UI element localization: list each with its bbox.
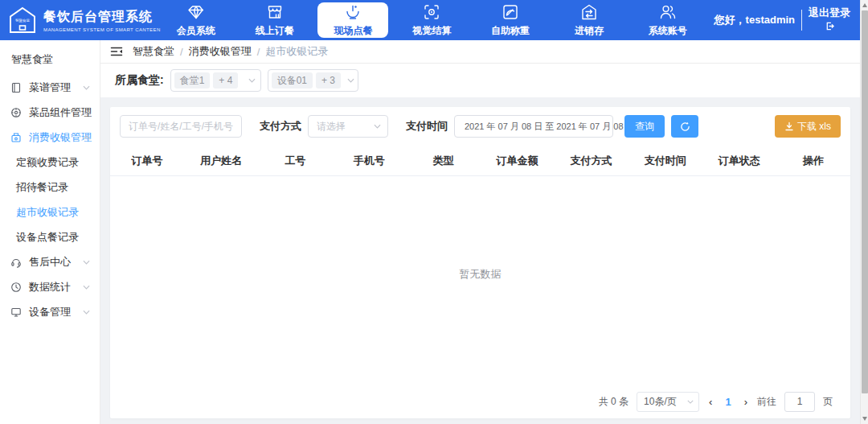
scroll-down-arrow-icon[interactable] [862,417,867,421]
storefront-icon [266,3,284,21]
inventory-icon [580,3,598,21]
logout-icon [825,22,834,31]
app-title: 餐饮后台管理系统 [43,9,161,26]
pay-time-range-input[interactable]: 2021 年 07 月 08 日 至 2021 年 07 月 08 日 [454,115,613,138]
search-button[interactable]: 查询 [624,115,665,138]
nav-inventory[interactable]: 进销存 [554,0,624,40]
prev-page-button[interactable]: ‹ [707,396,714,408]
canteen-select[interactable]: 食堂1 + 4 [170,69,261,92]
sidebar-item-hospitality-meal-records[interactable]: 招待餐记录 [0,175,100,200]
user-area: 您好，testadmin 退出登录 [714,6,860,34]
canteen-tag: 食堂1 [174,72,211,89]
top-bar: 智慧食堂 餐饮后台管理系统 MANAGEMENT SYSTEM OF SMART… [0,0,860,40]
app-logo: 智慧食堂 餐饮后台管理系统 MANAGEMENT SYSTEM OF SMART… [0,6,149,35]
column-header: 手机号 [332,154,406,168]
sidebar-item-device-management[interactable]: 设备管理 [0,300,100,324]
chevron-down-icon [687,400,694,404]
scroll-up-arrow-icon[interactable] [862,3,867,7]
column-header: 用户姓名 [184,154,258,168]
nav-system-accounts[interactable]: 系统账号 [633,0,703,40]
table-header-row: 订单号 用户姓名 工号 手机号 类型 订单金额 支付方式 支付时间 订单状态 操… [110,146,850,176]
stats-icon [10,282,22,293]
column-header: 工号 [258,154,332,168]
page-size-select[interactable]: 10条/页 [637,392,699,412]
touch-order-icon [344,3,362,21]
nav-online-ordering[interactable]: 线上订餐 [240,0,310,40]
refresh-button[interactable] [671,115,698,138]
download-xls-button[interactable]: 下载 xls [775,115,841,138]
device-select[interactable]: 设备01 + 3 [268,69,358,92]
main-content: 智慧食堂 / 消费收银管理 / 超市收银记录 所属食堂: 食堂1 + 4 设备0… [100,40,860,424]
sidebar-section-title: 智慧食堂 [0,40,100,75]
download-icon [784,121,794,131]
nav-member-system[interactable]: 会员系统 [161,0,231,40]
chevron-down-icon [83,110,90,115]
canteen-filter-bar: 所属食堂: 食堂1 + 4 设备01 + 3 [100,64,860,97]
pay-time-label: 支付时间 [406,119,448,134]
device-more-tag: + 3 [316,72,341,89]
scrollbar-thumb[interactable] [862,10,868,393]
user-greeting: 您好，testadmin [714,13,795,27]
users-icon [659,3,677,21]
chevron-up-icon [83,135,90,140]
breadcrumb-current: 超市收银记录 [265,44,328,59]
column-header: 支付时间 [628,154,702,168]
canteen-logo-icon: 智慧食堂 [8,6,37,35]
sidebar-item-menu-management[interactable]: 菜谱管理 [0,76,100,100]
headset-icon [10,257,22,268]
column-header: 订单状态 [702,154,776,168]
next-page-button[interactable]: › [743,396,749,408]
nav-self-weighing[interactable]: 自助称重 [475,0,546,40]
divider [801,10,802,31]
nav-onsite-ordering[interactable]: 现场点餐 [317,2,388,38]
sidebar-item-fixed-fee-records[interactable]: 定额收费记录 [0,150,100,175]
nav-visual-checkout[interactable]: 视觉结算 [396,0,467,40]
column-header: 类型 [406,154,480,168]
breadcrumb-separator: / [180,46,183,58]
chevron-down-icon [347,78,354,83]
top-nav: 会员系统 线上订餐 现场点餐 视觉结算 自助称重 [149,0,714,40]
sidebar: 智慧食堂 菜谱管理 菜品组件管理 消费收银管理 定额收费记录 招待餐记录 [0,40,100,424]
sidebar-item-data-statistics[interactable]: 数据统计 [0,275,100,299]
current-page[interactable]: 1 [722,396,734,408]
breadcrumb-item[interactable]: 智慧食堂 [133,44,174,59]
gem-icon [187,3,205,21]
filter-row: 支付方式 请选择 支付时间 2021 年 07 月 08 日 至 2021 年 … [110,107,850,146]
breadcrumb-item[interactable]: 消费收银管理 [189,44,252,59]
device-tag: 设备01 [272,72,313,89]
page-unit-label: 页 [823,395,833,409]
sidebar-item-consumption-cashier[interactable]: 消费收银管理 [0,126,100,150]
refresh-icon [680,121,690,132]
pagination-bar: 共 0 条 10条/页 ‹ 1 › 前往 页 [110,385,850,418]
pay-method-select[interactable]: 请选择 [308,115,388,138]
sidebar-item-device-order-records[interactable]: 设备点餐记录 [0,225,100,249]
breadcrumb: 智慧食堂 / 消费收银管理 / 超市收银记录 [133,44,328,59]
column-header: 订单金额 [480,154,554,168]
records-panel: 支付方式 请选择 支付时间 2021 年 07 月 08 日 至 2021 年 … [110,107,850,418]
column-header: 操作 [776,154,850,168]
cash-register-icon [10,132,22,143]
svg-text:智慧食堂: 智慧食堂 [15,19,31,23]
goto-page-input[interactable] [784,392,815,412]
table-body: 暂无数据 [110,176,850,385]
device-icon [10,307,22,318]
sidebar-item-supermarket-cashier-records[interactable]: 超市收银记录 [0,200,100,224]
canteen-more-tag: + 4 [213,72,238,89]
chevron-down-icon [83,260,90,265]
breadcrumb-bar: 智慧食堂 / 消费收银管理 / 超市收银记录 [100,40,860,64]
empty-state-text: 暂无数据 [460,267,502,282]
components-icon [10,107,22,118]
sidebar-item-dish-components[interactable]: 菜品组件管理 [0,101,100,125]
total-count: 共 0 条 [599,395,628,409]
collapse-menu-icon[interactable] [110,46,123,57]
pay-method-label: 支付方式 [260,119,301,134]
logout-button[interactable]: 退出登录 [809,6,850,34]
keyword-search-input[interactable] [120,115,242,138]
vertical-scrollbar[interactable] [860,0,868,424]
column-header: 订单号 [110,154,184,168]
date-range-value: 2021 年 07 月 08 日 至 2021 年 07 月 08 日 [465,121,635,133]
goto-label: 前往 [757,395,776,409]
chevron-down-icon [83,310,90,315]
chevron-down-icon [248,78,256,83]
sidebar-item-after-sales-center[interactable]: 售后中心 [0,250,100,274]
